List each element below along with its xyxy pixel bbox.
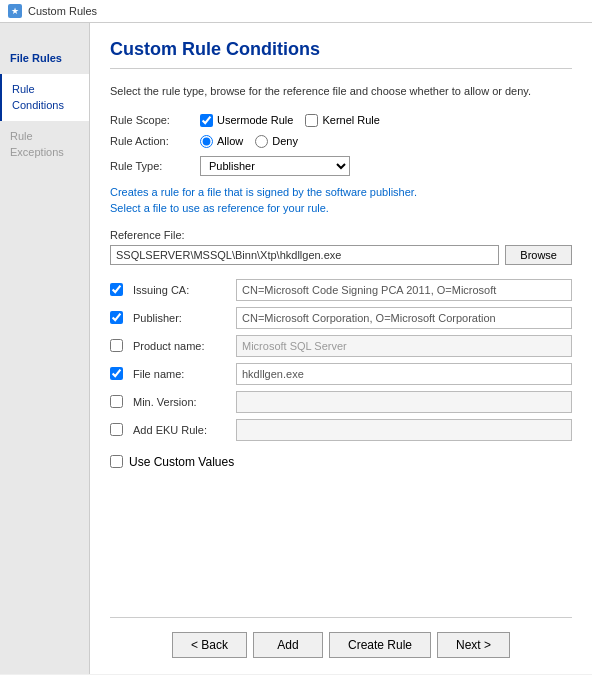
use-custom-values-checkbox[interactable] [110,455,123,468]
add-eku-row: Add EKU Rule: [110,419,572,441]
min-version-row: Min. Version: [110,391,572,413]
use-custom-values-row: Use Custom Values [110,455,572,469]
bottom-buttons: < Back Add Create Rule Next > [110,617,572,658]
kernel-rule-checkbox[interactable] [305,114,318,127]
use-custom-values-label: Use Custom Values [129,455,234,469]
add-eku-input[interactable] [236,419,572,441]
product-name-input[interactable] [236,335,572,357]
title-bar: ★ Custom Rules [0,0,592,23]
rule-action-label: Rule Action: [110,135,200,147]
rule-action-row: Rule Action: Allow Deny [110,135,572,148]
rule-scope-row: Rule Scope: Usermode Rule Kernel Rule [110,114,572,127]
fields-section: Issuing CA: Publisher: Product name: Fil… [110,279,572,441]
min-version-checkbox[interactable] [110,395,123,408]
deny-label: Deny [272,135,298,147]
rule-scope-label: Rule Scope: [110,114,200,126]
publisher-checkbox[interactable] [110,311,123,324]
app-icon-symbol: ★ [11,6,19,16]
kernel-rule-item: Kernel Rule [305,114,379,127]
allow-radio[interactable] [200,135,213,148]
reference-file-input[interactable] [110,245,499,265]
product-name-label: Product name: [133,340,228,352]
browse-button[interactable]: Browse [505,245,572,265]
create-rule-button[interactable]: Create Rule [329,632,431,658]
reference-file-row: Browse [110,245,572,265]
sidebar: File Rules Rule Conditions Rule Exceptio… [0,23,90,674]
page-title: Custom Rule Conditions [110,39,572,69]
product-name-checkbox[interactable] [110,339,123,352]
sidebar-item-file-rules[interactable]: File Rules [0,43,89,74]
deny-item: Deny [255,135,298,148]
publisher-input[interactable] [236,307,572,329]
add-eku-label: Add EKU Rule: [133,424,228,436]
file-name-input[interactable] [236,363,572,385]
file-name-row: File name: [110,363,572,385]
add-button[interactable]: Add [253,632,323,658]
rule-scope-options: Usermode Rule Kernel Rule [200,114,380,127]
description: Select the rule type, browse for the ref… [110,83,572,100]
deny-radio[interactable] [255,135,268,148]
sidebar-item-rule-conditions[interactable]: Rule Conditions [0,74,89,121]
sidebar-item-rule-exceptions[interactable]: Rule Exceptions [0,121,89,168]
issuing-ca-checkbox[interactable] [110,283,123,296]
min-version-input[interactable] [236,391,572,413]
rule-type-row: Rule Type: Publisher Path Hash [110,156,572,176]
file-name-label: File name: [133,368,228,380]
rule-action-options: Allow Deny [200,135,298,148]
kernel-rule-label: Kernel Rule [322,114,379,126]
app-icon: ★ [8,4,22,18]
rule-type-label: Rule Type: [110,160,200,172]
publisher-row: Publisher: [110,307,572,329]
allow-item: Allow [200,135,243,148]
min-version-label: Min. Version: [133,396,228,408]
add-eku-checkbox[interactable] [110,423,123,436]
next-button[interactable]: Next > [437,632,510,658]
allow-label: Allow [217,135,243,147]
content-area: Custom Rule Conditions Select the rule t… [90,23,592,674]
issuing-ca-label: Issuing CA: [133,284,228,296]
back-button[interactable]: < Back [172,632,247,658]
usermode-rule-checkbox[interactable] [200,114,213,127]
title-bar-text: Custom Rules [28,5,97,17]
file-name-checkbox[interactable] [110,367,123,380]
info-text: Creates a rule for a file that is signed… [110,184,572,217]
usermode-rule-label: Usermode Rule [217,114,293,126]
issuing-ca-input[interactable] [236,279,572,301]
reference-file-label: Reference File: [110,229,572,241]
product-name-row: Product name: [110,335,572,357]
publisher-label: Publisher: [133,312,228,324]
rule-type-select[interactable]: Publisher Path Hash [200,156,350,176]
issuing-ca-row: Issuing CA: [110,279,572,301]
usermode-rule-item: Usermode Rule [200,114,293,127]
main-container: File Rules Rule Conditions Rule Exceptio… [0,23,592,674]
